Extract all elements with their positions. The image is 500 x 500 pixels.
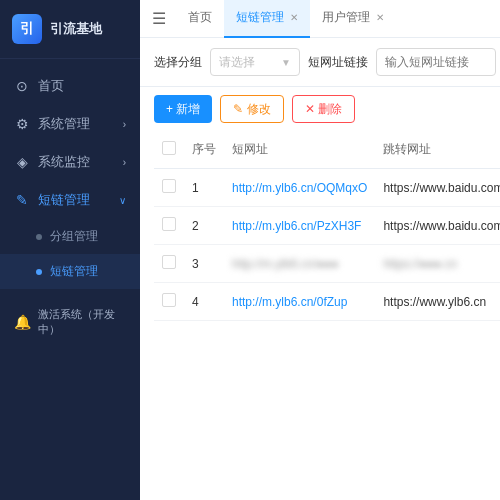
cell-seq: 4 xyxy=(184,283,224,321)
row-checkbox[interactable] xyxy=(162,255,176,269)
bell-icon: 🔔 xyxy=(14,314,30,330)
sidebar-item-system-mgmt[interactable]: ⚙ 系统管理 › xyxy=(0,105,140,143)
short-link-table: 序号 短网址 跳转网址 分组 1 http://m.ylb6.cn/OQMqxO… xyxy=(154,131,500,321)
table-container: 序号 短网址 跳转网址 分组 1 http://m.ylb6.cn/OQMqxO… xyxy=(140,131,500,500)
cell-redirect-url: https://www.ylb6.cn xyxy=(375,283,500,321)
cell-redirect-url: https://●●●.cn xyxy=(375,245,500,283)
table-row: 1 http://m.ylb6.cn/OQMqxO https://www.ba… xyxy=(154,169,500,207)
cell-redirect-url: https://www.baidu.com/?tn... xyxy=(375,169,500,207)
delete-button[interactable]: ✕ 删除 xyxy=(292,95,355,123)
cell-short-url: http://m.ylb6.cn/OQMqxO xyxy=(224,169,375,207)
col-redirect-url: 跳转网址 xyxy=(375,131,500,169)
sidebar-sub-label: 短链管理 xyxy=(50,263,98,280)
tab-short-link-mgmt[interactable]: 短链管理 ✕ xyxy=(224,0,310,38)
sidebar-item-label: 短链管理 xyxy=(38,191,90,209)
main-content: ☰ 首页 短链管理 ✕ 用户管理 ✕ 选择分组 请选择 ▼ 短网址链接 + 新增… xyxy=(140,0,500,500)
tab-close-icon[interactable]: ✕ xyxy=(376,12,384,23)
chevron-down-icon: ∨ xyxy=(119,195,126,206)
group-select[interactable]: 请选择 ▼ xyxy=(210,48,300,76)
sidebar-nav: ⊙ 首页 ⚙ 系统管理 › ◈ 系统监控 › ✎ 短链管理 ∨ 分组管理 短链管… xyxy=(0,59,140,500)
select-all-checkbox[interactable] xyxy=(162,141,176,155)
col-seq: 序号 xyxy=(184,131,224,169)
col-checkbox xyxy=(154,131,184,169)
action-bar: + 新增 ✎ 修改 ✕ 删除 xyxy=(140,87,500,131)
col-short-url: 短网址 xyxy=(224,131,375,169)
sidebar-sub-short-link-mgmt[interactable]: 短链管理 xyxy=(0,254,140,289)
sidebar-logo: 引 引流基地 xyxy=(0,0,140,59)
sub-indicator xyxy=(36,234,42,240)
logo-icon: 引 xyxy=(12,14,42,44)
table-header-row: 序号 短网址 跳转网址 分组 xyxy=(154,131,500,169)
cell-seq: 2 xyxy=(184,207,224,245)
tab-home[interactable]: 首页 xyxy=(176,0,224,38)
table-row: 3 http://m.ylb6.cn/●●● https://●●●.cn 23… xyxy=(154,245,500,283)
sidebar-item-label: 首页 xyxy=(38,77,64,95)
home-icon: ⊙ xyxy=(14,78,30,94)
edit-button[interactable]: ✎ 修改 xyxy=(220,95,283,123)
sidebar-item-home[interactable]: ⊙ 首页 xyxy=(0,67,140,105)
sidebar-item-activate-system[interactable]: 🔔 激活系统（开发中） xyxy=(0,297,140,347)
cell-short-url: http://m.ylb6.cn/PzXH3F xyxy=(224,207,375,245)
filter-label: 选择分组 xyxy=(154,54,202,71)
cell-seq: 1 xyxy=(184,169,224,207)
sidebar: 引 引流基地 ⊙ 首页 ⚙ 系统管理 › ◈ 系统监控 › ✎ 短链管理 ∨ 分… xyxy=(0,0,140,500)
short-link-label: 短网址链接 xyxy=(308,54,368,71)
link-icon: ✎ xyxy=(14,192,30,208)
menu-icon[interactable]: ☰ xyxy=(152,9,166,28)
sidebar-item-label: 系统管理 xyxy=(38,115,90,133)
sidebar-sub-group-mgmt[interactable]: 分组管理 xyxy=(0,219,140,254)
cell-short-url: http://m.ylb6.cn/●●● xyxy=(224,245,375,283)
logo-text: 引流基地 xyxy=(50,20,102,38)
table-row: 4 http://m.ylb6.cn/0fZup https://www.ylb… xyxy=(154,283,500,321)
select-arrow-icon: ▼ xyxy=(281,57,291,68)
sub-indicator xyxy=(36,269,42,275)
tab-user-mgmt[interactable]: 用户管理 ✕ xyxy=(310,0,396,38)
sidebar-item-label: 激活系统（开发中） xyxy=(38,307,126,337)
row-checkbox[interactable] xyxy=(162,293,176,307)
sidebar-sub-label: 分组管理 xyxy=(50,228,98,245)
toolbar-filter: 选择分组 请选择 ▼ 短网址链接 xyxy=(140,38,500,87)
tab-label: 短链管理 xyxy=(236,9,284,26)
cell-redirect-url: https://www.baidu.com/s?... xyxy=(375,207,500,245)
select-placeholder: 请选择 xyxy=(219,54,255,71)
sidebar-item-label: 系统监控 xyxy=(38,153,90,171)
row-checkbox[interactable] xyxy=(162,179,176,193)
gear-icon: ⚙ xyxy=(14,116,30,132)
sidebar-item-short-link[interactable]: ✎ 短链管理 ∨ xyxy=(0,181,140,219)
monitor-icon: ◈ xyxy=(14,154,30,170)
chevron-right-icon: › xyxy=(123,119,126,130)
cell-seq: 3 xyxy=(184,245,224,283)
sidebar-item-system-monitor[interactable]: ◈ 系统监控 › xyxy=(0,143,140,181)
row-checkbox[interactable] xyxy=(162,217,176,231)
cell-short-url: http://m.ylb6.cn/0fZup xyxy=(224,283,375,321)
table-row: 2 http://m.ylb6.cn/PzXH3F https://www.ba… xyxy=(154,207,500,245)
add-button[interactable]: + 新增 xyxy=(154,95,212,123)
tab-label: 用户管理 xyxy=(322,9,370,26)
tab-close-icon[interactable]: ✕ xyxy=(290,12,298,23)
chevron-right-icon: › xyxy=(123,157,126,168)
header-tabs: ☰ 首页 短链管理 ✕ 用户管理 ✕ xyxy=(140,0,500,38)
short-link-input[interactable] xyxy=(376,48,496,76)
